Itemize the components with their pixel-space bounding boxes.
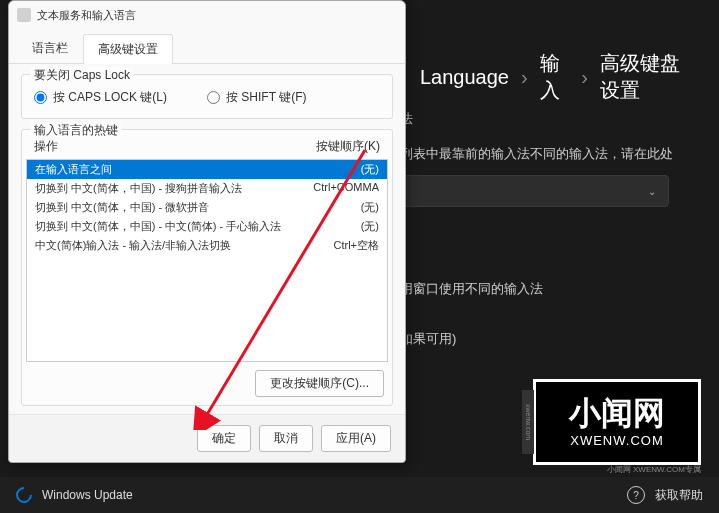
breadcrumb: Language › 输入 › 高级键盘设置 <box>420 50 689 104</box>
radio-capslock-label: 按 CAPS LOCK 键(L) <box>53 89 167 106</box>
radio-shift[interactable]: 按 SHIFT 键(F) <box>207 89 306 106</box>
hotkey-op: 中文(简体)输入法 - 输入法/非输入法切换 <box>35 238 289 253</box>
hotkey-op: 切换到 中文(简体，中国) - 搜狗拼音输入法 <box>35 181 289 196</box>
radio-shift-input[interactable] <box>207 91 220 104</box>
windows-update-link[interactable]: Windows Update <box>42 488 133 502</box>
bg-desc-window: 用窗口使用不同的输入法 <box>400 280 679 298</box>
cancel-button[interactable]: 取消 <box>259 425 313 452</box>
watermark-cn: 小闻网 <box>569 397 665 429</box>
hotkey-groupbox: 输入语言的热键 操作 按键顺序(K) 在输入语言之间 (无) 切换到 中文(简体… <box>21 129 393 406</box>
hotkey-key: Ctrl+空格 <box>289 238 379 253</box>
hotkey-row[interactable]: 在输入语言之间 (无) <box>27 160 387 179</box>
hotkey-key: (无) <box>289 200 379 215</box>
tab-advanced-keys[interactable]: 高级键设置 <box>83 34 173 64</box>
bg-desc-available: 如果可用) <box>400 330 679 348</box>
chevron-down-icon: ⌄ <box>648 186 656 197</box>
breadcrumb-input[interactable]: 输入 <box>540 50 570 104</box>
update-icon <box>13 484 36 507</box>
dialog-title: 文本服务和输入语言 <box>37 8 136 23</box>
hotkey-op: 在输入语言之间 <box>35 162 289 177</box>
capslock-groupbox: 要关闭 Caps Lock 按 CAPS LOCK 键(L) 按 SHIFT 键… <box>21 74 393 119</box>
bg-subtitle: 法 <box>400 110 679 128</box>
watermark-en: XWENW.COM <box>570 433 664 448</box>
text-services-dialog: 文本服务和输入语言 语言栏 高级键设置 要关闭 Caps Lock 按 CAPS… <box>8 0 406 463</box>
breadcrumb-sep-2: › <box>581 66 588 89</box>
default-ime-dropdown[interactable]: ⌄ <box>400 175 669 207</box>
watermark: xwenw.com 小闻网 XWENW.COM <box>533 379 701 465</box>
radio-capslock[interactable]: 按 CAPS LOCK 键(L) <box>34 89 167 106</box>
bg-desc-list: 列表中最靠前的输入法不同的输入法，请在此处 <box>400 145 679 163</box>
breadcrumb-language[interactable]: Language <box>420 66 509 89</box>
watermark-side: xwenw.com <box>522 390 534 454</box>
breadcrumb-advanced: 高级键盘设置 <box>600 50 689 104</box>
dialog-titlebar[interactable]: 文本服务和输入语言 <box>9 1 405 29</box>
breadcrumb-sep-1: › <box>521 66 528 89</box>
taskbar: Windows Update ? 获取帮助 <box>0 477 719 513</box>
hotkey-list[interactable]: 在输入语言之间 (无) 切换到 中文(简体，中国) - 搜狗拼音输入法 Ctrl… <box>26 159 388 362</box>
ok-button[interactable]: 确定 <box>197 425 251 452</box>
hotkey-row[interactable]: 中文(简体)输入法 - 输入法/非输入法切换 Ctrl+空格 <box>27 236 387 255</box>
hotkey-row[interactable]: 切换到 中文(简体，中国) - 微软拼音 (无) <box>27 198 387 217</box>
radio-capslock-input[interactable] <box>34 91 47 104</box>
hotkey-op: 切换到 中文(简体，中国) - 微软拼音 <box>35 200 289 215</box>
capslock-group-title: 要关闭 Caps Lock <box>30 67 134 84</box>
hotkey-row[interactable]: 切换到 中文(简体，中国) - 搜狗拼音输入法 Ctrl+COMMA <box>27 179 387 198</box>
apply-button[interactable]: 应用(A) <box>321 425 391 452</box>
watermark-credit: 小闻网 XWENW.COM专属 <box>607 464 701 475</box>
radio-shift-label: 按 SHIFT 键(F) <box>226 89 306 106</box>
hotkey-row[interactable]: 切换到 中文(简体，中国) - 中文(简体) - 手心输入法 (无) <box>27 217 387 236</box>
hotkey-op: 切换到 中文(简体，中国) - 中文(简体) - 手心输入法 <box>35 219 289 234</box>
hotkey-group-title: 输入语言的热键 <box>30 122 122 139</box>
col-operation: 操作 <box>34 138 280 155</box>
col-key-sequence: 按键顺序(K) <box>280 138 380 155</box>
hotkey-key: (无) <box>289 219 379 234</box>
hotkey-key: Ctrl+COMMA <box>289 181 379 196</box>
dialog-button-row: 确定 取消 应用(A) <box>9 414 405 462</box>
change-key-sequence-button[interactable]: 更改按键顺序(C)... <box>255 370 384 397</box>
dialog-icon <box>17 8 31 22</box>
help-icon: ? <box>627 486 645 504</box>
hotkey-key: (无) <box>289 162 379 177</box>
get-help-link[interactable]: 获取帮助 <box>655 487 703 504</box>
dialog-tabs: 语言栏 高级键设置 <box>9 33 405 64</box>
tab-language-bar[interactable]: 语言栏 <box>17 33 83 63</box>
